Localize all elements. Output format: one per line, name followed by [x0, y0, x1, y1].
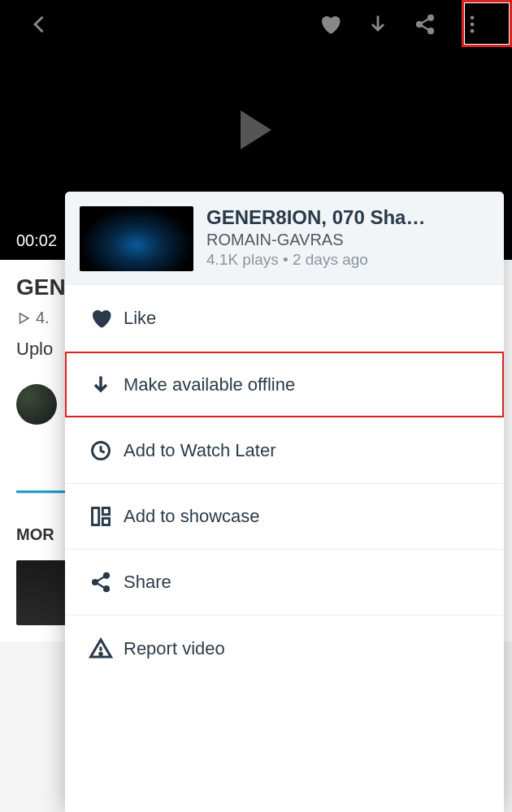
- menu-item-share[interactable]: Share: [65, 549, 504, 615]
- svg-rect-13: [102, 508, 109, 515]
- more-button[interactable]: [449, 5, 496, 44]
- play-outline-icon: [16, 311, 31, 326]
- current-time: 00:02: [16, 231, 57, 250]
- download-button[interactable]: [354, 5, 401, 44]
- svg-marker-9: [20, 313, 29, 323]
- sheet-header: GENER8ION, 070 Sha… ROMAIN-GAVRAS 4.1K p…: [65, 192, 504, 284]
- play-button[interactable]: [241, 110, 271, 149]
- menu-item-like[interactable]: Like: [65, 284, 504, 352]
- svg-line-18: [97, 577, 104, 581]
- play-icon: [241, 110, 271, 149]
- svg-line-4: [421, 19, 428, 24]
- svg-rect-12: [93, 508, 99, 525]
- more-from-label: MOR: [16, 525, 54, 544]
- sheet-meta: 4.1K plays • 2 days ago: [206, 251, 425, 269]
- menu-label-watch-later: Add to Watch Later: [124, 440, 276, 461]
- menu-item-offline[interactable]: Make available offline: [65, 352, 504, 417]
- heart-icon: [83, 306, 119, 330]
- menu-item-report[interactable]: Report video: [65, 615, 504, 682]
- menu-label-showcase: Add to showcase: [124, 506, 260, 527]
- svg-point-7: [471, 23, 475, 27]
- svg-line-19: [97, 583, 104, 588]
- stats-text: 4.: [36, 309, 50, 327]
- player-top-bar: [0, 0, 512, 49]
- menu-item-showcase[interactable]: Add to showcase: [65, 483, 504, 549]
- showcase-icon: [83, 505, 119, 528]
- svg-point-8: [471, 29, 475, 33]
- svg-line-5: [421, 25, 428, 30]
- action-sheet: GENER8ION, 070 Sha… ROMAIN-GAVRAS 4.1K p…: [65, 192, 504, 812]
- avatar[interactable]: [16, 384, 57, 425]
- warning-icon: [83, 637, 119, 661]
- back-button[interactable]: [16, 5, 63, 44]
- svg-point-22: [100, 653, 102, 655]
- menu-label-share: Share: [124, 572, 171, 593]
- menu-item-watch-later[interactable]: Add to Watch Later: [65, 417, 504, 483]
- svg-point-6: [471, 16, 475, 20]
- svg-rect-14: [102, 518, 109, 525]
- download-icon: [83, 374, 119, 396]
- share-icon: [83, 571, 119, 594]
- menu-label-like: Like: [124, 308, 156, 329]
- sheet-thumbnail: [80, 206, 193, 271]
- menu-label-report: Report video: [124, 638, 225, 659]
- clock-icon: [83, 439, 119, 462]
- menu-label-offline: Make available offline: [124, 374, 295, 395]
- like-button[interactable]: [306, 4, 354, 45]
- sheet-author: ROMAIN-GAVRAS: [206, 231, 425, 249]
- sheet-title: GENER8ION, 070 Sha…: [206, 206, 425, 229]
- share-button[interactable]: [401, 5, 449, 44]
